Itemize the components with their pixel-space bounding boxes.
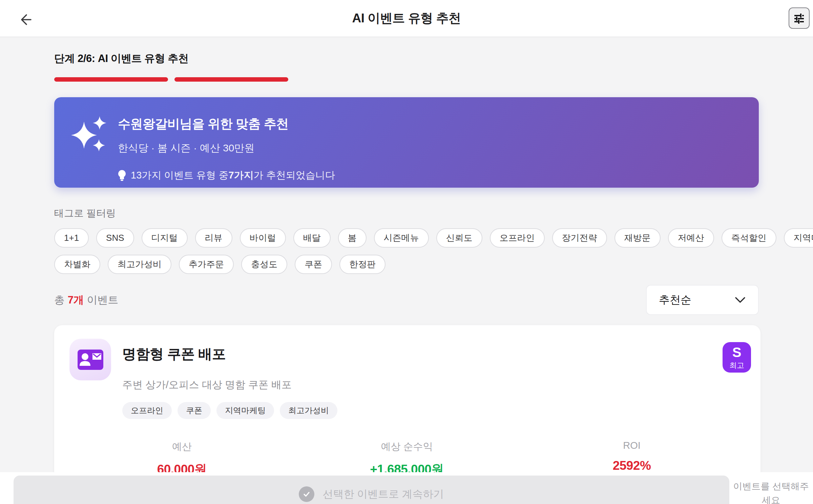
- page-title: AI 이벤트 유형 추천: [0, 10, 813, 27]
- step-progress-bar: [54, 77, 759, 82]
- stat-value: 2592%: [519, 459, 744, 473]
- event-card-text-block: 명함형 쿠폰 배포 주변 상가/오피스 대상 명함 쿠폰 배포 오프라인 쿠폰 …: [122, 339, 337, 419]
- sparkles-icon: [69, 115, 110, 159]
- grade-label: 최고: [729, 362, 744, 369]
- ai-recommendation-banner: 수원왕갈비님을 위한 맞춤 추천 한식당 · 봄 시즌 · 예산 30만원 13…: [54, 97, 759, 188]
- select-event-hint-line2: 세요: [732, 493, 810, 504]
- back-button[interactable]: [16, 11, 34, 28]
- grade-badge: S 최고: [723, 342, 751, 373]
- tag-pill[interactable]: 배달: [293, 228, 331, 248]
- arrow-left-icon: [17, 12, 33, 27]
- bottom-action-bar: 선택한 이벤트로 계속하기 이벤트를 선택해주 세요: [0, 472, 813, 504]
- progress-segment: [174, 77, 288, 82]
- continue-button-label: 선택한 이벤트로 계속하기: [322, 487, 444, 501]
- tag-filter-row: 차별화 최고가성비 추가주문 충성도 쿠폰 한정판: [54, 255, 759, 274]
- tune-sliders-icon: [793, 12, 805, 24]
- stat-label: 예상 순수익: [294, 440, 519, 454]
- tag-pill[interactable]: 리뷰: [195, 228, 232, 248]
- tag-pill[interactable]: 장기전략: [552, 228, 607, 248]
- event-tag: 지역마케팅: [216, 402, 274, 419]
- banner-info-suffix: 가 추천되었습니다: [254, 169, 335, 182]
- tag-pill[interactable]: 지역마케팅: [784, 228, 813, 248]
- event-count-prefix: 총: [54, 294, 68, 306]
- event-tag: 오프라인: [122, 402, 172, 419]
- contact-card-icon: [69, 339, 111, 380]
- top-app-bar: AI 이벤트 유형 추천: [0, 0, 813, 37]
- tag-filter-row: 1+1 SNS 디지털 리뷰 바이럴 배달 봄 시즌메뉴 신뢰도 오프라인 장기…: [54, 228, 759, 248]
- tag-pill[interactable]: 1+1: [54, 228, 89, 248]
- event-tag: 최고가성비: [280, 402, 337, 419]
- tag-pill[interactable]: 쿠폰: [295, 255, 332, 274]
- check-circle-icon: [299, 486, 314, 502]
- tag-pill[interactable]: 디지털: [142, 228, 188, 248]
- tag-pill[interactable]: 충성도: [241, 255, 287, 274]
- select-event-hint: 이벤트를 선택해주 세요: [732, 480, 810, 504]
- tag-pill[interactable]: 차별화: [54, 255, 100, 274]
- event-title: 명함형 쿠폰 배포: [122, 345, 337, 363]
- tag-pill[interactable]: 바이럴: [240, 228, 286, 248]
- grade-letter: S: [732, 345, 742, 359]
- event-count-text: 총 7개 이벤트: [54, 293, 119, 307]
- select-event-hint-line1: 이벤트를 선택해주: [732, 480, 810, 493]
- tag-pill[interactable]: 저예산: [668, 228, 714, 248]
- step-indicator-label: 단계 2/6: AI 이벤트 유형 추천: [54, 51, 759, 66]
- event-count-suffix: 이벤트: [84, 294, 119, 306]
- tag-pill[interactable]: SNS: [96, 228, 134, 248]
- banner-info-prefix: 13가지 이벤트 유형 중: [131, 169, 228, 182]
- list-summary-row: 총 7개 이벤트 추천순: [54, 285, 759, 315]
- tag-filter-group: 1+1 SNS 디지털 리뷰 바이럴 배달 봄 시즌메뉴 신뢰도 오프라인 장기…: [54, 228, 759, 274]
- event-count-value: 7개: [68, 294, 84, 306]
- tag-pill[interactable]: 추가주문: [179, 255, 234, 274]
- tag-pill[interactable]: 신뢰도: [436, 228, 482, 248]
- stat-label: 예산: [69, 440, 294, 454]
- sort-dropdown-value: 추천순: [659, 293, 691, 308]
- stat-label: ROI: [519, 440, 744, 451]
- filter-settings-button[interactable]: [789, 7, 810, 29]
- tag-pill[interactable]: 즉석할인: [722, 228, 776, 248]
- lightbulb-icon: [118, 170, 126, 181]
- tag-pill[interactable]: 봄: [338, 228, 367, 248]
- progress-segment: [54, 77, 168, 82]
- banner-title: 수원왕갈비님을 위한 맞춤 추천: [118, 115, 335, 132]
- chevron-down-icon: [734, 296, 746, 304]
- event-tag-list: 오프라인 쿠폰 지역마케팅 최고가성비: [122, 402, 337, 419]
- tag-pill[interactable]: 재방문: [614, 228, 661, 248]
- event-card-header: 명함형 쿠폰 배포 주변 상가/오피스 대상 명함 쿠폰 배포 오프라인 쿠폰 …: [69, 339, 744, 419]
- tag-pill[interactable]: 한정판: [339, 255, 385, 274]
- tag-pill[interactable]: 최고가성비: [108, 255, 171, 274]
- banner-subtitle: 한식당 · 봄 시즌 · 예산 30만원: [118, 141, 335, 155]
- continue-button[interactable]: 선택한 이벤트로 계속하기: [14, 476, 729, 504]
- banner-info-count: 7가지: [228, 169, 253, 182]
- event-description: 주변 상가/오피스 대상 명함 쿠폰 배포: [122, 378, 337, 392]
- tag-pill[interactable]: 시즌메뉴: [374, 228, 429, 248]
- banner-text-block: 수원왕갈비님을 위한 맞춤 추천 한식당 · 봄 시즌 · 예산 30만원 13…: [118, 111, 335, 182]
- tag-filter-label: 태그로 필터링: [54, 207, 759, 220]
- sort-dropdown[interactable]: 추천순: [646, 285, 759, 315]
- tag-pill[interactable]: 오프라인: [490, 228, 545, 248]
- banner-info-line: 13가지 이벤트 유형 중 7가지가 추천되었습니다: [118, 169, 335, 182]
- main-content: 단계 2/6: AI 이벤트 유형 추천 수원왕갈비님을 위한 맞춤 추천 한식…: [0, 51, 813, 501]
- event-tag: 쿠폰: [178, 402, 211, 419]
